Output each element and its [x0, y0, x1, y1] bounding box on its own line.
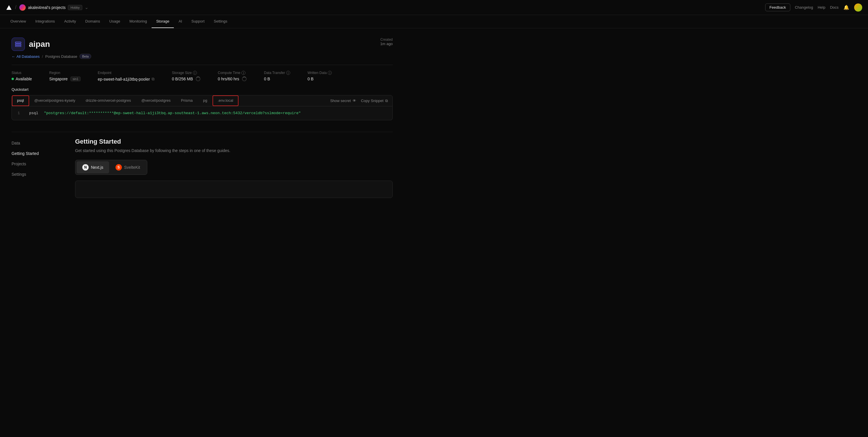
quickstart-actions: Show secret 👁 Copy Snippet ⧉ — [326, 98, 393, 103]
content-area: Getting Started Get started using this P… — [75, 138, 393, 198]
qs-tab-drizzle[interactable]: drizzle-orm/vercel-postgres — [81, 95, 136, 106]
storage-value: 0 B/256 MB — [172, 77, 200, 81]
content-title: Getting Started — [75, 138, 393, 145]
nav-domains[interactable]: Domains — [81, 15, 104, 28]
content-description: Get started using this Postgres Database… — [75, 148, 393, 153]
status-value: Available — [11, 77, 32, 81]
copy-endpoint-icon[interactable]: ⧉ — [152, 77, 154, 82]
eye-icon: 👁 — [352, 98, 356, 103]
storage-label: Storage Size i — [172, 71, 200, 75]
compute-value: 0 hrs/60 hrs — [218, 77, 247, 81]
breadcrumb: ← All Databases / Postgres Database Beta — [11, 54, 91, 59]
copy-snippet-button[interactable]: Copy Snippet ⧉ — [361, 98, 388, 103]
stat-region: Region Singapore sin1 — [50, 71, 81, 82]
nav-monitoring[interactable]: Monitoring — [125, 15, 152, 28]
sidebar-item-settings[interactable]: Settings — [11, 169, 64, 179]
topnav-left: / akalei4real's projects Hobby ⌄ — [6, 4, 765, 11]
qs-tab-pg[interactable]: pg — [198, 95, 212, 106]
breadcrumb-current: Postgres Database — [45, 54, 78, 59]
created-info: Created 1m ago — [380, 37, 393, 46]
qs-tab-kysely[interactable]: @vercel/postgres-kysely — [29, 95, 81, 106]
notification-bell-icon[interactable]: 🔔 — [843, 4, 849, 11]
db-title-row: aipan — [11, 37, 91, 51]
code-command: psql — [29, 111, 38, 115]
svg-marker-0 — [6, 5, 11, 10]
quickstart-tabs-container: psql @vercel/postgres-kysely drizzle-orm… — [11, 95, 393, 106]
nav-storage[interactable]: Storage — [152, 15, 174, 28]
quickstart-label: Quickstart — [11, 87, 393, 92]
transfer-value: 0 B — [264, 77, 290, 81]
qs-tab-psql[interactable]: psql — [12, 95, 29, 106]
nav-settings[interactable]: Settings — [209, 15, 232, 28]
stat-endpoint: Endpoint ep-sweet-hall-a1ji3tbq-pooler ⧉ — [98, 71, 155, 82]
sidebar-item-getting-started[interactable]: Getting Started — [11, 148, 64, 159]
sidebar-navigation: Data Getting Started Projects Settings — [11, 138, 75, 198]
nav-overview[interactable]: Overview — [6, 15, 31, 28]
show-secret-button[interactable]: Show secret 👁 — [330, 98, 356, 103]
user-avatar[interactable] — [854, 3, 862, 11]
transfer-info-icon[interactable]: i — [286, 71, 290, 75]
qs-tab-vercel-postgres[interactable]: @vercel/postgres — [136, 95, 176, 106]
line-number: 1 — [18, 111, 23, 115]
written-label: Written Data i — [308, 71, 332, 75]
beta-badge: Beta — [80, 54, 91, 59]
qs-tab-prisma[interactable]: Prisma — [176, 95, 198, 106]
help-link[interactable]: Help — [818, 5, 826, 9]
changelog-link[interactable]: Changelog — [795, 5, 813, 9]
guide-nextjs-button[interactable]: N Next.js — [76, 161, 109, 173]
svg-rect-2 — [15, 43, 21, 45]
hobby-badge: Hobby — [68, 5, 82, 10]
quickstart-tabs: psql @vercel/postgres-kysely drizzle-orm… — [12, 95, 393, 106]
nav-activity[interactable]: Activity — [60, 15, 81, 28]
status-label: Status — [11, 71, 32, 75]
nav-usage[interactable]: Usage — [105, 15, 125, 28]
database-icon — [11, 37, 25, 51]
guide-content-card — [75, 181, 393, 198]
sveltekit-icon: S — [116, 164, 122, 171]
qs-tab-env-local[interactable]: .env.local — [213, 95, 239, 106]
endpoint-value: ep-sweet-hall-a1ji3tbq-pooler ⧉ — [98, 77, 155, 82]
region-tag: sin1 — [70, 77, 80, 81]
database-header: aipan ← All Databases / Postgres Databas… — [11, 37, 393, 59]
db-title-area: aipan ← All Databases / Postgres Databas… — [11, 37, 91, 59]
stats-row: Status Available Region Singapore sin1 E… — [11, 71, 393, 82]
sidebar-item-data[interactable]: Data — [11, 138, 64, 148]
compute-progress-icon — [242, 77, 247, 81]
nextjs-icon: N — [82, 164, 89, 171]
back-arrow-icon: ← — [11, 54, 15, 59]
vercel-logo[interactable] — [6, 4, 12, 11]
svg-rect-1 — [15, 42, 21, 43]
nav-ai[interactable]: AI — [174, 15, 187, 28]
stat-compute: Compute Time i 0 hrs/60 hrs — [218, 71, 247, 82]
topnav-right: Feedback Changelog Help Docs 🔔 — [765, 3, 862, 11]
expand-icon[interactable]: ⌄ — [85, 5, 88, 10]
main-content: aipan ← All Databases / Postgres Databas… — [0, 28, 404, 207]
nav-integrations[interactable]: Integrations — [31, 15, 60, 28]
stat-transfer: Data Transfer i 0 B — [264, 71, 290, 82]
bottom-section: Data Getting Started Projects Settings G… — [11, 132, 393, 198]
stat-storage: Storage Size i 0 B/256 MB — [172, 71, 200, 82]
stat-status: Status Available — [11, 71, 32, 82]
nav-divider: / — [15, 4, 17, 10]
all-databases-link[interactable]: ← All Databases — [11, 54, 39, 59]
stat-written: Written Data i 0 B — [308, 71, 332, 82]
written-info-icon[interactable]: i — [328, 71, 332, 75]
compute-info-icon[interactable]: i — [241, 71, 245, 75]
guide-sveltekit-button[interactable]: S SvelteKit — [110, 161, 146, 173]
endpoint-label: Endpoint — [98, 71, 155, 75]
storage-info-icon[interactable]: i — [193, 71, 197, 75]
project-name[interactable]: akalei4real's projects — [28, 5, 66, 10]
guide-buttons: N Next.js S SvelteKit — [75, 160, 147, 175]
quickstart-code-area: 1 psql "postgres://default:***********@e… — [11, 106, 393, 120]
written-value: 0 B — [308, 77, 332, 81]
nav-support[interactable]: Support — [187, 15, 209, 28]
sidebar-item-projects[interactable]: Projects — [11, 159, 64, 169]
compute-label: Compute Time i — [218, 71, 247, 75]
copy-icon: ⧉ — [385, 98, 388, 103]
docs-link[interactable]: Docs — [830, 5, 839, 9]
feedback-button[interactable]: Feedback — [765, 3, 790, 11]
header-divider — [11, 65, 393, 65]
code-string: "postgres://default:***********@ep-sweet… — [44, 111, 301, 115]
status-dot-icon — [11, 78, 14, 80]
storage-progress-icon — [196, 77, 200, 81]
